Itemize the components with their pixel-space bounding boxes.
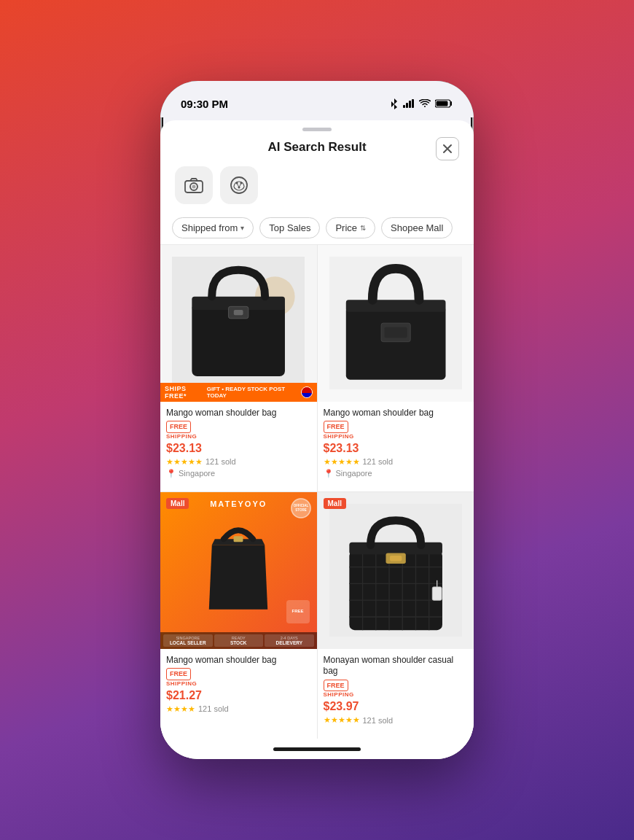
filter-top-sales[interactable]: Top Sales [259, 217, 320, 238]
stars-3: ★★★★ [166, 704, 195, 714]
rating-row-3: ★★★★ 121 sold [166, 704, 311, 714]
wifi-icon [419, 99, 431, 108]
products-grid: SHIPS FREE* GIFT • READY STOCK POST TODA… [160, 245, 474, 739]
bag-image-4 [329, 504, 462, 637]
product-info-2: Mango woman shoulder bag FREE SHIPPING $… [318, 402, 474, 486]
svg-rect-21 [345, 300, 445, 311]
product-image-4: Mall [318, 492, 474, 649]
ai-icon [230, 176, 248, 195]
product-image-1: SHIPS FREE* GIFT • READY STOCK POST TODA… [160, 245, 317, 402]
product-name-1: Mango woman shoulder bag [166, 408, 311, 419]
battery-icon [435, 99, 453, 108]
svg-point-9 [231, 177, 247, 193]
filter-price[interactable]: Price ⇅ [326, 217, 375, 238]
product-card-4[interactable]: Mall Monayan woman shoulder casual bag F… [318, 492, 474, 739]
rating-row-1: ★★★★★ 121 sold [166, 457, 311, 467]
home-bar [273, 747, 361, 751]
sold-1: 121 sold [206, 457, 236, 466]
filter-shopee-mall-label: Shopee Mall [391, 222, 443, 233]
phone-frame: 09:30 PM [160, 81, 474, 759]
status-bar: 09:30 PM [160, 81, 474, 117]
mall-badge-4: Mall [324, 498, 346, 509]
close-icon [442, 144, 453, 154]
sold-4: 121 sold [363, 716, 394, 725]
filter-top-sales-label: Top Sales [269, 222, 310, 233]
sheet-title: AI Search Result [267, 140, 366, 155]
free-shipping-1: FREE SHIPPING [166, 421, 311, 440]
product-price-1: $23.13 [166, 442, 311, 455]
info-tag-3: 2-4 DAYS DELIEVERY [265, 634, 314, 647]
svg-rect-0 [403, 105, 405, 108]
filter-shopee-mall[interactable]: Shopee Mall [381, 217, 453, 238]
location-1: Singapore [179, 469, 215, 478]
filter-bar: Shipped from ▾ Top Sales Price ⇅ Shopee … [160, 211, 474, 245]
location-row-1: 📍 Singapore [166, 469, 311, 478]
product-card-1[interactable]: SHIPS FREE* GIFT • READY STOCK POST TODA… [160, 245, 317, 491]
svg-rect-1 [406, 103, 408, 108]
free-shipping-4: FREE SHIPPING [324, 680, 469, 699]
product-info-1: Mango woman shoulder bag FREE SHIPPING $… [160, 402, 317, 486]
svg-rect-40 [349, 542, 442, 554]
sort-icon: ⇅ [360, 224, 366, 232]
bag-image-1 [172, 257, 305, 389]
product-info-3: Mango woman shoulder bag FREE SHIPPING $… [160, 649, 317, 721]
product-image-3: MATEYOYO OFFICIAL STORE [160, 492, 317, 649]
location-row-2: 📍 Singapore [324, 469, 469, 478]
product-name-4: Monayan woman shoulder casual bag [324, 655, 469, 677]
product-image-2 [318, 245, 474, 402]
svg-rect-3 [412, 99, 414, 108]
svg-rect-18 [234, 310, 243, 315]
product-price-2: $23.13 [324, 442, 469, 455]
rating-row-2: ★★★★★ 121 sold [324, 457, 469, 467]
chevron-down-icon: ▾ [240, 224, 244, 232]
svg-text:OFFICIAL: OFFICIAL [293, 504, 308, 508]
pin-icon-1: 📍 [166, 469, 176, 478]
sold-3: 121 sold [198, 704, 229, 713]
svg-rect-5 [437, 101, 448, 106]
signal-icon [403, 99, 415, 108]
stars-1: ★★★★★ [166, 457, 203, 467]
svg-point-8 [192, 185, 196, 189]
sold-2: 121 sold [363, 457, 394, 466]
info-tag-1: SINGAPORE LOCAL SELLER [163, 634, 213, 647]
svg-rect-43 [432, 587, 442, 600]
camera-icon [184, 177, 203, 193]
location-2: Singapore [336, 469, 372, 478]
product-info-4: Monayan woman shoulder casual bag FREE S… [318, 649, 474, 733]
status-icons [390, 98, 453, 109]
svg-rect-20 [345, 306, 445, 379]
product-price-3: $21.27 [166, 689, 311, 702]
sheet-handle [302, 128, 332, 131]
product-name-3: Mango woman shoulder bag [166, 655, 311, 666]
filter-shipped-from-label: Shipped from [181, 222, 238, 233]
ships-free-banner: SHIPS FREE* GIFT • READY STOCK POST TODA… [160, 383, 317, 402]
icon-buttons-row [160, 162, 474, 211]
stars-4: ★★★★★ [324, 715, 360, 725]
close-button[interactable] [436, 137, 459, 160]
info-strip: SINGAPORE LOCAL SELLER READY STOCK 2-4 D… [160, 632, 317, 649]
svg-rect-23 [384, 327, 407, 338]
filter-shipped-from[interactable]: Shipped from ▾ [172, 217, 254, 238]
svg-rect-27 [234, 536, 243, 542]
product-price-4: $23.97 [324, 700, 469, 713]
rating-row-4: ★★★★★ 121 sold [324, 715, 469, 725]
bag-image-2 [329, 257, 462, 389]
product-name-2: Mango woman shoulder bag [324, 408, 469, 419]
info-tag-2: READY STOCK [214, 634, 264, 647]
status-time: 09:30 PM [181, 98, 228, 110]
stars-2: ★★★★★ [324, 457, 360, 467]
product-card-2[interactable]: Mango woman shoulder bag FREE SHIPPING $… [318, 245, 474, 491]
mall-badge-3: Mall [166, 498, 189, 509]
ai-button[interactable] [220, 166, 258, 204]
pin-icon-2: 📍 [324, 469, 334, 478]
sheet-header: AI Search Result [160, 136, 474, 162]
home-indicator [160, 739, 474, 759]
camera-button[interactable] [175, 166, 213, 204]
free-shipping-2: FREE SHIPPING [324, 421, 469, 440]
svg-rect-2 [409, 101, 411, 108]
filter-price-label: Price [335, 222, 357, 233]
bluetooth-icon [390, 98, 399, 109]
bottom-sheet: AI Search Result [160, 120, 474, 759]
svg-rect-42 [390, 556, 402, 561]
product-card-3[interactable]: MATEYOYO OFFICIAL STORE [160, 492, 317, 739]
